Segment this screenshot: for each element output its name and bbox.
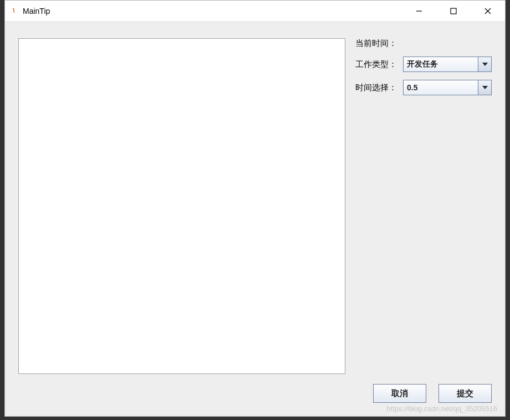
text-area[interactable]	[18, 38, 345, 374]
work-type-value: 开发任务	[404, 59, 478, 69]
window-title: MainTip	[23, 7, 402, 16]
time-select-combobox[interactable]: 0.5	[403, 80, 492, 95]
work-type-label: 工作类型：	[355, 59, 397, 70]
app-window: MainTip 当前时间： 工作类型： 开发任务	[4, 0, 506, 417]
chevron-down-icon	[478, 80, 491, 95]
titlebar: MainTip	[5, 1, 505, 22]
current-time-label: 当前时间：	[355, 38, 397, 49]
current-time-row: 当前时间：	[355, 38, 492, 49]
time-select-value: 0.5	[404, 83, 478, 92]
svg-marker-4	[482, 63, 488, 66]
content-pane: 当前时间： 工作类型： 开发任务 时间选择： 0.5	[5, 22, 505, 416]
svg-marker-5	[482, 86, 488, 89]
svg-rect-1	[451, 8, 456, 14]
minimize-button[interactable]	[402, 1, 436, 21]
time-select-row: 时间选择： 0.5	[355, 80, 492, 95]
close-button[interactable]	[471, 1, 505, 21]
cancel-button[interactable]: 取消	[373, 384, 426, 403]
time-select-label: 时间选择：	[355, 83, 397, 93]
work-type-combobox[interactable]: 开发任务	[403, 57, 492, 72]
side-panel: 当前时间： 工作类型： 开发任务 时间选择： 0.5	[355, 38, 492, 374]
main-area: 当前时间： 工作类型： 开发任务 时间选择： 0.5	[18, 38, 492, 374]
work-type-row: 工作类型： 开发任务	[355, 57, 492, 72]
maximize-button[interactable]	[436, 1, 471, 21]
java-app-icon	[9, 6, 19, 16]
chevron-down-icon	[478, 57, 491, 71]
window-controls	[402, 1, 505, 21]
submit-button[interactable]: 提交	[438, 384, 492, 403]
button-row: 取消 提交	[18, 384, 492, 403]
